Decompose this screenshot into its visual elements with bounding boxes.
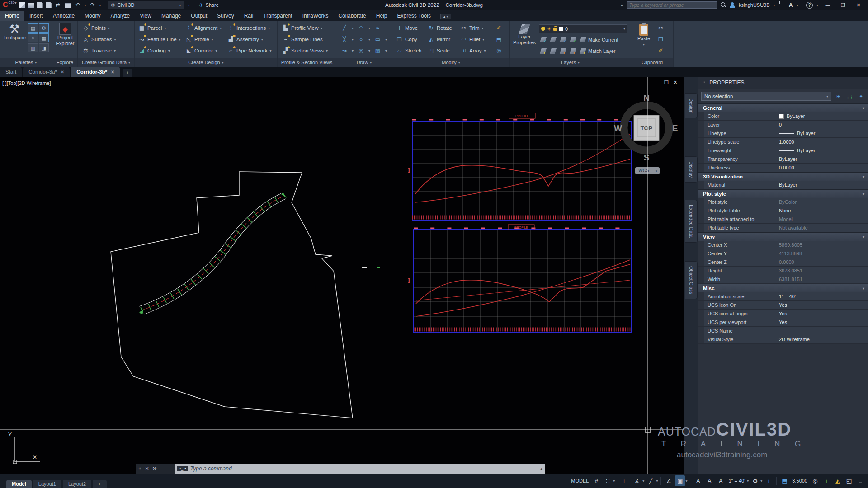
logo-dropdown-icon[interactable]: ▾ (15, 1, 17, 5)
select-objects-icon[interactable]: ✦ (857, 92, 865, 100)
section-header-plot-style[interactable]: Plot style▾ (698, 189, 868, 198)
layout-tab-layout1[interactable]: Layout1 (33, 480, 61, 488)
property-value[interactable]: None (775, 206, 868, 215)
file-tab-start[interactable]: Start (0, 67, 22, 77)
viewcube-west[interactable]: W (614, 123, 622, 133)
workspace-switcher[interactable]: ⚙ Civil 3D ▾ (108, 1, 184, 9)
create-ground-data-panel-label[interactable]: Create Ground Data▾ (78, 58, 134, 67)
layer-lock-icon[interactable] (570, 37, 576, 42)
corridor-button[interactable]: ◣ Corridor▾ (185, 47, 217, 55)
palette-tab-display[interactable]: Display (685, 156, 698, 183)
ribbon-tab-manage[interactable]: Manage (156, 11, 186, 21)
property-value[interactable]: ByLayer (775, 181, 868, 189)
draw-line-icon[interactable]: ╱ (341, 25, 348, 32)
survey-palette-icon[interactable]: ☀ (28, 33, 38, 42)
draw-circle-icon[interactable]: ○ (358, 36, 364, 43)
polar-tracking-icon[interactable]: ∡ (632, 475, 642, 486)
intersections-button[interactable]: ⊹ Intersections▾ (227, 24, 270, 32)
draw-polyline-icon[interactable]: ↝ (341, 47, 348, 54)
layer-freeze-icon[interactable] (560, 37, 566, 42)
settings-palette-icon[interactable]: ⚙ (39, 23, 49, 33)
undo-icon[interactable]: ↶ (74, 2, 82, 9)
search-expand-icon[interactable]: ▸ (621, 3, 623, 7)
layer-on-off-icon[interactable] (540, 48, 547, 54)
customization-icon[interactable]: ≡ (855, 475, 865, 486)
annotation-scale-value[interactable]: 1" = 40' (727, 478, 746, 483)
workspace-gear-icon[interactable]: ⚙ (750, 475, 760, 486)
window-minimize-button[interactable]: — (822, 0, 834, 9)
make-current-button[interactable]: Make Current (580, 37, 618, 42)
property-value[interactable]: ByLayer (775, 146, 868, 155)
tool-palettes-icon[interactable]: ▤ (28, 23, 38, 33)
section-header-view[interactable]: View▾ (698, 232, 868, 241)
copy-clip-icon[interactable]: ❐ (657, 36, 664, 43)
share-button[interactable]: ✈ Share (199, 2, 219, 9)
match-properties-icon[interactable]: ✐ (657, 47, 664, 54)
fillet-button[interactable]: ◠ Fillet▾ (460, 35, 484, 43)
palette-tab-object-class[interactable]: Object Class (685, 261, 698, 299)
draw-xline-icon[interactable]: ╳ (341, 36, 348, 43)
layer-thaw-all-icon[interactable] (560, 48, 566, 54)
autoscale-icon[interactable]: A (704, 475, 714, 486)
mirror-button[interactable]: ◭ Mirror (428, 35, 450, 43)
transfer-icon[interactable]: ⇄ (54, 2, 62, 9)
app-store-cart-icon[interactable] (779, 3, 785, 7)
draw-rectangle-icon[interactable]: ▭ (374, 36, 381, 43)
points-button[interactable]: ◇ Points▾ (82, 24, 110, 32)
quick-select-icon[interactable]: ⬚ (845, 92, 854, 100)
viewport-minimize-icon[interactable]: — (655, 80, 660, 85)
add-layout-button[interactable]: + (93, 480, 106, 488)
wcs-control[interactable]: WCS ▾ (635, 167, 660, 174)
offset-icon[interactable]: ◎ (495, 47, 502, 54)
new-file-tab-button[interactable]: + (123, 69, 132, 77)
ribbon-tab-insert[interactable]: Insert (24, 11, 48, 21)
feature-line-button[interactable]: ↝ Feature Line▾ (138, 35, 181, 43)
save-as-icon[interactable] (46, 2, 52, 8)
profile-design-grade-bottom[interactable] (416, 260, 630, 316)
toolbox-palette-icon[interactable]: ▦ (39, 33, 49, 42)
window-restore-button[interactable]: ❐ (837, 0, 849, 9)
search-icon[interactable] (721, 2, 726, 8)
viewport-controls-label[interactable]: [-][Top][2D Wireframe] (2, 80, 51, 86)
graphics-performance-icon[interactable]: ⬒ (779, 475, 789, 486)
palette-tab-design[interactable]: Design (685, 93, 698, 118)
ribbon-tab-help[interactable]: Help (371, 11, 392, 21)
command-grip-icon[interactable]: ⠿ (138, 466, 142, 471)
help-dropdown-icon[interactable]: ▾ (816, 3, 818, 7)
ribbon-tab-output[interactable]: Output (186, 11, 212, 21)
command-history-icon[interactable]: ▴ (540, 466, 542, 471)
ribbon-tab-rail[interactable]: Rail (239, 11, 259, 21)
layer-previous-icon[interactable] (550, 48, 557, 54)
ribbon-collapse-button[interactable]: ▴ ▾ (440, 14, 451, 19)
property-value[interactable]: Yes (775, 301, 868, 309)
scale-button[interactable]: ◳ Scale (428, 47, 450, 55)
ribbon-tab-view[interactable]: View (135, 11, 156, 21)
project-explorer-button[interactable]: ◆ Project Explorer (53, 23, 77, 47)
layer-unlock2-icon[interactable] (570, 48, 576, 54)
clean-screen-icon[interactable]: ◱ (844, 475, 854, 486)
ribbon-tab-survey[interactable]: Survey (212, 11, 239, 21)
section-header-general[interactable]: General▾ (698, 103, 868, 112)
annotation-visibility-icon[interactable]: A (693, 475, 703, 486)
ribbon-tab-transparent[interactable]: Transparent (258, 11, 297, 21)
file-tab-corridor-3b-[interactable]: Corridor-3b*✕ (71, 67, 120, 77)
user-dropdown-icon[interactable]: ▾ (774, 3, 775, 7)
autodesk-connect-icon[interactable]: + (821, 475, 831, 486)
command-input[interactable]: Type a command (190, 465, 538, 472)
rotate-button[interactable]: ↻ Rotate (428, 24, 452, 32)
move-button[interactable]: ✛ Move (396, 24, 418, 32)
property-value[interactable]: ByLayer (775, 155, 868, 163)
annotation-monitor-icon[interactable]: + (764, 475, 774, 486)
ribbon-tab-infraworks[interactable]: InfraWorks (297, 11, 334, 21)
property-value[interactable]: 1" = 40' (775, 292, 868, 300)
isolate-objects-icon[interactable]: ◎ (810, 475, 820, 486)
property-value[interactable] (775, 327, 868, 335)
parcel-button[interactable]: ▦ Parcel▾ (138, 24, 166, 32)
viewcube-south[interactable]: S (644, 153, 650, 162)
layer-unisolate-icon[interactable] (550, 37, 557, 42)
modify-panel-label[interactable]: Modify▾ (392, 58, 509, 67)
property-value[interactable]: 0.0000 (775, 164, 868, 172)
profile-view-bottom[interactable]: I PROFILE (408, 225, 631, 332)
content-palette-icon[interactable]: ▥ (28, 43, 38, 52)
section-collapse-icon[interactable]: ▾ (863, 286, 864, 291)
